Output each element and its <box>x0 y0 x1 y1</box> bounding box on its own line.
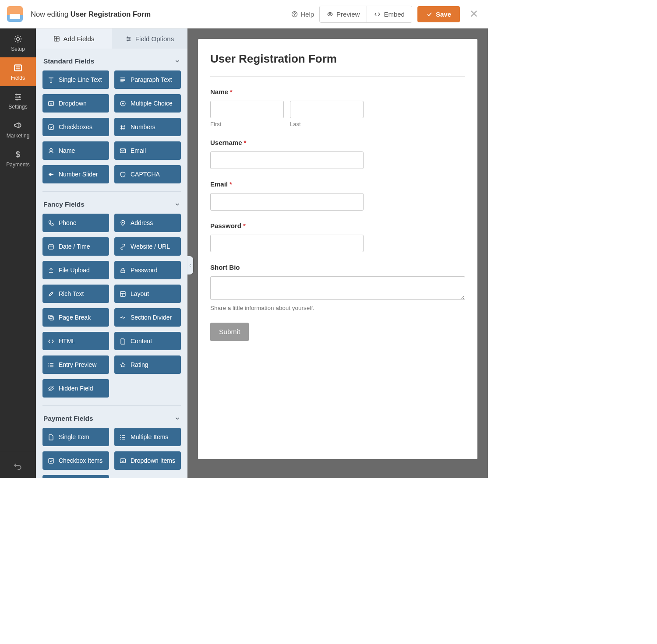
field-button-name[interactable]: Name <box>42 141 109 160</box>
code-icon <box>48 338 54 345</box>
input-first-name[interactable] <box>210 101 284 118</box>
field-bio[interactable]: Short Bio Share a little information abo… <box>210 264 465 311</box>
field-email[interactable]: Email* <box>210 180 465 211</box>
help-icon <box>291 11 298 18</box>
chevron-down-icon <box>175 59 180 64</box>
nav-setup[interactable]: Setup <box>0 28 36 57</box>
field-button-captcha[interactable]: CAPTCHA <box>114 165 181 183</box>
field-button-entry-preview[interactable]: Entry Preview <box>42 355 109 374</box>
field-button-label: Single Item <box>59 433 89 440</box>
field-button-label: Paragraph Text <box>131 76 172 83</box>
nav-marketing[interactable]: Marketing <box>0 115 36 144</box>
text-icon <box>48 77 54 83</box>
input-bio[interactable] <box>210 276 465 300</box>
field-button-page-break[interactable]: Page Break <box>42 308 109 327</box>
topbar: Now editing User Registration Form Help … <box>0 0 488 28</box>
field-button-multiple-items[interactable]: Multiple Items <box>114 428 181 446</box>
field-button-email[interactable]: Email <box>114 141 181 160</box>
field-button-content[interactable]: Content <box>114 332 181 350</box>
submit-button[interactable]: Submit <box>210 323 249 341</box>
field-button-label: Layout <box>131 290 149 297</box>
tab-add-fields[interactable]: Add Fields <box>36 28 112 49</box>
field-button-password[interactable]: Password <box>114 261 181 279</box>
bio-help-text: Share a little information about yoursel… <box>210 305 465 311</box>
embed-button[interactable]: Embed <box>367 6 412 22</box>
list-icon <box>120 434 126 440</box>
dd-icon <box>120 457 126 464</box>
field-button-label: Entry Preview <box>59 361 96 368</box>
field-button-website-url[interactable]: Website / URL <box>114 237 181 256</box>
section-standard-header[interactable]: Standard Fields <box>42 55 181 70</box>
form-name: User Registration Form <box>71 10 151 18</box>
field-button-paragraph-text[interactable]: Paragraph Text <box>114 70 181 89</box>
eye-icon <box>327 11 333 18</box>
check-icon <box>48 124 54 130</box>
field-button-rich-text[interactable]: Rich Text <box>42 285 109 303</box>
field-button-total[interactable]: Total <box>42 475 109 478</box>
section-fancy-header[interactable]: Fancy Fields <box>42 198 181 214</box>
field-button-dropdown-items[interactable]: Dropdown Items <box>114 451 181 470</box>
radio-icon <box>120 100 126 107</box>
form-canvas: User Registration Form Name* First Last <box>187 28 488 478</box>
hash-icon <box>120 124 126 130</box>
field-button-dropdown[interactable]: Dropdown <box>42 94 109 113</box>
field-button-label: Dropdown Items <box>131 457 175 464</box>
nav-fields[interactable]: Fields <box>0 57 36 86</box>
form-preview: User Registration Form Name* First Last <box>198 39 477 459</box>
para-icon <box>120 77 126 83</box>
field-button-label: Address <box>131 219 153 226</box>
check-icon <box>426 11 433 18</box>
gear-icon <box>13 34 23 44</box>
field-button-numbers[interactable]: Numbers <box>114 118 181 136</box>
field-button-phone[interactable]: Phone <box>42 214 109 232</box>
field-button-hidden-field[interactable]: Hidden Field <box>42 379 109 398</box>
field-button-label: Email <box>131 147 146 154</box>
field-button-label: Checkboxes <box>59 123 92 130</box>
label-username: Username* <box>210 139 465 146</box>
help-link[interactable]: Help <box>291 11 314 18</box>
nav-history[interactable] <box>0 452 36 478</box>
input-password[interactable] <box>210 235 364 252</box>
field-button-html[interactable]: HTML <box>42 332 109 350</box>
close-button[interactable]: ✕ <box>465 8 483 20</box>
field-button-label: Multiple Items <box>131 433 168 440</box>
tab-field-options[interactable]: Field Options <box>112 28 187 49</box>
nav-payments[interactable]: Payments <box>0 144 36 173</box>
lock-icon <box>120 267 126 274</box>
field-button-checkbox-items[interactable]: Checkbox Items <box>42 451 109 470</box>
list-icon <box>48 362 54 368</box>
save-button[interactable]: Save <box>417 6 460 22</box>
input-email[interactable] <box>210 193 364 211</box>
field-button-single-item[interactable]: Single Item <box>42 428 109 446</box>
field-password[interactable]: Password* <box>210 222 465 252</box>
field-username[interactable]: Username* <box>210 139 465 169</box>
field-button-rating[interactable]: Rating <box>114 355 181 374</box>
field-button-checkboxes[interactable]: Checkboxes <box>42 118 109 136</box>
sublabel-last: Last <box>290 121 364 127</box>
input-last-name[interactable] <box>290 101 364 118</box>
field-button-number-slider[interactable]: Number Slider <box>42 165 109 183</box>
nav-settings[interactable]: Settings <box>0 86 36 115</box>
slider-icon <box>48 171 54 178</box>
input-username[interactable] <box>210 151 364 169</box>
section-payment-header[interactable]: Payment Fields <box>42 412 181 428</box>
star-icon <box>120 362 126 368</box>
editing-label: Now editing User Registration Form <box>31 10 151 18</box>
field-button-single-line-text[interactable]: Single Line Text <box>42 70 109 89</box>
undo-icon <box>14 461 22 470</box>
layout-icon <box>120 291 126 297</box>
field-button-layout[interactable]: Layout <box>114 285 181 303</box>
field-button-label: Rating <box>131 361 148 368</box>
field-name[interactable]: Name* First Last <box>210 88 465 127</box>
field-button-label: Name <box>59 147 75 154</box>
label-bio: Short Bio <box>210 264 465 271</box>
panel-collapse-toggle[interactable] <box>187 256 193 274</box>
field-button-address[interactable]: Address <box>114 214 181 232</box>
dd-icon <box>48 100 54 107</box>
field-button-date-time[interactable]: Date / Time <box>42 237 109 256</box>
field-button-file-upload[interactable]: File Upload <box>42 261 109 279</box>
preview-button[interactable]: Preview <box>320 6 367 22</box>
phone-icon <box>48 220 54 226</box>
field-button-section-divider[interactable]: Section Divider <box>114 308 181 327</box>
field-button-multiple-choice[interactable]: Multiple Choice <box>114 94 181 113</box>
